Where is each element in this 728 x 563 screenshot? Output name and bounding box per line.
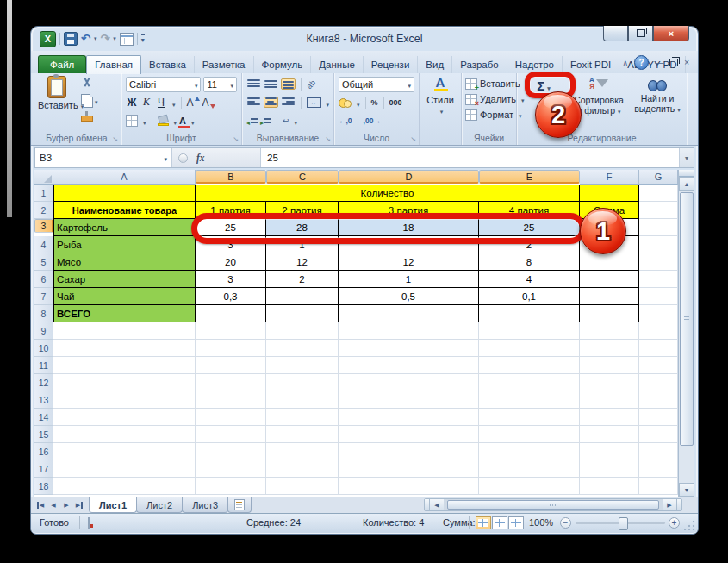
workbook-minimize-icon[interactable]: — — [655, 58, 663, 67]
increase-decimal-button[interactable]: ←,0 — [339, 116, 352, 125]
cell-A6[interactable]: Сахар — [53, 271, 196, 288]
tab-page-layout[interactable]: Разметка — [195, 56, 254, 73]
cell-A1[interactable] — [53, 185, 196, 202]
cell[interactable] — [266, 460, 339, 478]
tab-developer[interactable]: Разрабо — [452, 56, 507, 73]
cell-B5[interactable]: 20 — [196, 253, 266, 271]
cell[interactable] — [639, 460, 678, 478]
cell[interactable] — [580, 409, 639, 426]
cell-C8[interactable] — [266, 305, 339, 322]
font-color-button[interactable]: А — [179, 116, 186, 125]
cell-D7[interactable]: 0,5 — [339, 288, 479, 305]
copy-button[interactable] — [81, 93, 98, 106]
paste-button[interactable]: Вставить — [38, 76, 76, 110]
row-header-3[interactable]: 3 — [34, 219, 53, 233]
cell[interactable] — [479, 357, 580, 374]
row-header[interactable]: 9 — [34, 322, 53, 340]
italic-button[interactable]: К — [140, 96, 152, 109]
cell[interactable] — [196, 340, 266, 357]
delete-cells-button[interactable]: Удалить — [462, 91, 516, 107]
cell[interactable] — [479, 391, 580, 409]
cell-G3[interactable] — [639, 219, 678, 236]
horizontal-scroll-thumb[interactable] — [447, 500, 659, 510]
cell-B6[interactable]: 3 — [196, 271, 266, 288]
col-header-E[interactable]: E — [479, 170, 580, 184]
cell[interactable] — [266, 322, 339, 340]
cell[interactable] — [479, 443, 580, 460]
cell-F7[interactable] — [580, 288, 639, 305]
cell[interactable] — [53, 409, 196, 426]
align-middle-button[interactable] — [264, 78, 278, 90]
cell[interactable] — [196, 478, 266, 495]
cell-A3[interactable]: Картофель — [53, 219, 196, 236]
row-header[interactable]: 17 — [34, 460, 53, 478]
close-button[interactable]: × — [653, 26, 689, 41]
collapse-ribbon-icon[interactable]: ∧ — [623, 59, 629, 67]
cell[interactable] — [53, 322, 196, 340]
cell[interactable] — [53, 478, 196, 495]
cell-G7[interactable] — [639, 288, 678, 305]
scroll-down-icon[interactable]: ▼ — [679, 483, 694, 497]
cell[interactable] — [639, 340, 678, 357]
align-left-button[interactable] — [246, 97, 261, 108]
cell-E8[interactable] — [479, 305, 580, 322]
row-header[interactable]: 13 — [34, 391, 53, 409]
sheet-tab-list1[interactable]: Лист1 — [89, 497, 137, 513]
row-header-6[interactable]: 6 — [34, 271, 53, 288]
cell[interactable] — [639, 391, 678, 409]
help-icon[interactable]: ? — [634, 55, 649, 70]
cell-F5[interactable] — [580, 253, 639, 271]
cell-A7[interactable]: Чай — [53, 288, 196, 305]
decrease-font-button[interactable]: А — [202, 97, 215, 109]
cell-D5[interactable]: 12 — [339, 253, 479, 271]
cell[interactable] — [580, 426, 639, 443]
styles-button[interactable]: А Стили — [420, 73, 461, 145]
row-header-5[interactable]: 5 — [34, 253, 53, 271]
name-box[interactable]: B3 — [35, 148, 172, 167]
select-all-corner[interactable] — [34, 170, 53, 185]
clipboard-dialog-launcher-icon[interactable]: ↘ — [112, 135, 118, 143]
cell-A5[interactable]: Мясо — [53, 253, 196, 271]
tab-addins[interactable]: Надстро — [507, 56, 563, 73]
font-family-select[interactable]: Calibri — [126, 77, 201, 92]
merge-center-icon[interactable] — [307, 97, 321, 108]
currency-format-icon[interactable] — [339, 97, 352, 107]
cell[interactable] — [53, 374, 196, 391]
cell[interactable] — [580, 374, 639, 391]
cell[interactable] — [639, 409, 678, 426]
row-header-7[interactable]: 7 — [34, 288, 53, 305]
row-header[interactable]: 14 — [34, 409, 53, 426]
next-sheet-icon[interactable] — [60, 500, 72, 511]
row-header[interactable]: 16 — [34, 443, 53, 460]
cell[interactable] — [479, 340, 580, 357]
cell[interactable] — [580, 357, 639, 374]
row-header-4[interactable]: 4 — [34, 236, 53, 253]
page-layout-view-button[interactable] — [492, 516, 507, 529]
align-right-button[interactable] — [281, 97, 296, 108]
cell[interactable] — [196, 409, 266, 426]
find-select-button[interactable]: Найти и выделить — [629, 77, 686, 115]
row-header[interactable]: 18 — [34, 478, 53, 495]
cell-G2[interactable] — [639, 202, 678, 219]
cell[interactable] — [479, 322, 580, 340]
cell-B8[interactable] — [196, 305, 266, 322]
resize-grip[interactable] — [684, 519, 695, 530]
font-size-select[interactable]: 11 — [203, 77, 237, 92]
insert-sheet-button[interactable] — [227, 497, 252, 513]
macro-record-icon[interactable] — [88, 517, 90, 529]
tab-foxit[interactable]: Foxit PDI — [563, 56, 619, 73]
col-header-B[interactable]: B — [196, 170, 266, 184]
prev-sheet-icon[interactable] — [47, 500, 59, 511]
workbook-close-icon[interactable]: × — [684, 58, 689, 67]
cell[interactable] — [639, 322, 678, 340]
cell[interactable] — [479, 460, 580, 478]
cell[interactable] — [339, 409, 479, 426]
scroll-left-icon[interactable]: ◀ — [430, 499, 444, 510]
cell-C5[interactable]: 12 — [266, 253, 339, 271]
alignment-dialog-launcher-icon[interactable]: ↘ — [325, 135, 331, 143]
cell-A4[interactable]: Рыба — [53, 236, 196, 253]
cell-D8[interactable] — [339, 305, 479, 322]
cell[interactable] — [196, 357, 266, 374]
cell-C7[interactable] — [266, 288, 339, 305]
cell[interactable] — [53, 391, 196, 409]
